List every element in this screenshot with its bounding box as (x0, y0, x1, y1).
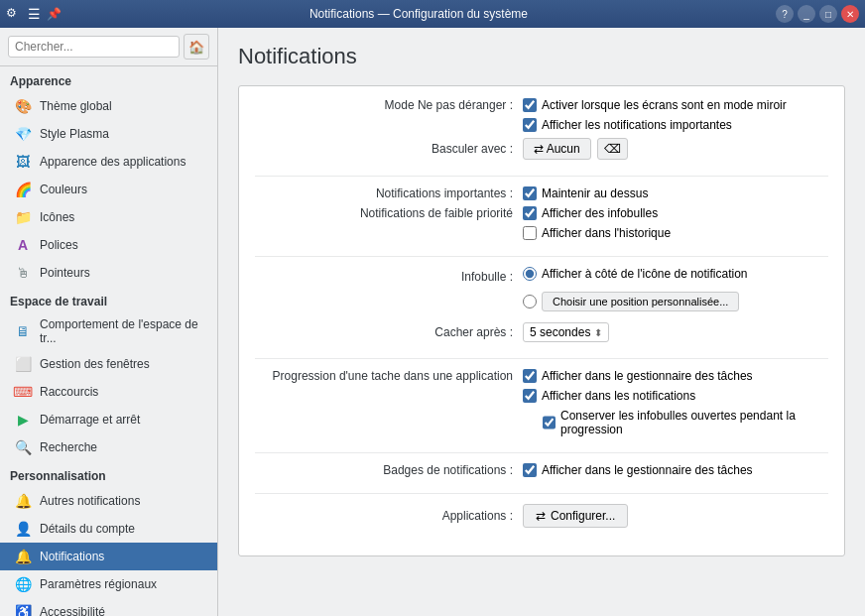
clear-shortcut-button[interactable]: ⌫ (597, 138, 628, 160)
aucun-text: ⇄ Aucun (534, 142, 580, 156)
progression-notif-checkbox[interactable] (523, 389, 537, 403)
activer-miroir-checkbox-item[interactable]: Activer lorsque les écrans sont en mode … (523, 98, 787, 112)
details-compte-icon: 👤 (14, 520, 32, 538)
afficher-importantes-row: Afficher les notifications importantes (255, 118, 828, 132)
choisir-position-button[interactable]: Choisir une position personnalisée... (542, 292, 739, 311)
choisir-position-radio-item[interactable]: Choisir une position personnalisée... (523, 292, 739, 311)
basculer-avec-label: Basculer avec : (255, 142, 523, 156)
theme-global-icon: 🎨 (14, 97, 32, 115)
sidebar-item-accessibilite[interactable]: ♿ Accessibilité (0, 598, 217, 616)
spinbox-arrows-icon[interactable]: ⬍ (594, 327, 602, 338)
afficher-cote-radio[interactable] (523, 267, 537, 281)
basculer-row: Basculer avec : ⇄ Aucun ⌫ (255, 138, 828, 160)
mode-ne-pas-deranger-label: Mode Ne pas déranger : (255, 98, 523, 112)
badges-gestionnaire-row: Badges de notifications : Afficher dans … (255, 463, 828, 477)
sidebar-label-comportement: Comportement de l'espace de tr... (40, 317, 207, 345)
main-content: Notifications Mode Ne pas déranger : Act… (218, 28, 865, 616)
search-input[interactable] (8, 36, 180, 58)
badges-gestionnaire-item[interactable]: Afficher dans le gestionnaire des tâches (523, 463, 753, 477)
sidebar-item-details-compte[interactable]: 👤 Détails du compte (0, 515, 217, 543)
sidebar-item-style-plasma[interactable]: 💎 Style Plasma (0, 120, 217, 148)
couleurs-icon: 🌈 (14, 181, 32, 198)
cacher-apres-row: Cacher après : 5 secondes ⬍ (255, 322, 828, 342)
sidebar-item-polices[interactable]: A Polices (0, 231, 217, 259)
recherche-icon: 🔍 (14, 438, 32, 456)
sidebar-item-couleurs[interactable]: 🌈 Couleurs (0, 176, 217, 203)
sidebar-search-bar: 🏠 (0, 28, 217, 66)
progression-gestionnaire-item[interactable]: Afficher dans le gestionnaire des tâches (523, 369, 753, 383)
sidebar-item-fenetres[interactable]: ⬜ Gestion des fenêtres (0, 350, 217, 378)
afficher-historique-row: Afficher dans l'historique (255, 226, 828, 240)
conserver-control: Conserver les infobulles ouvertes pendan… (543, 409, 828, 436)
afficher-importantes-control: Afficher les notifications importantes (523, 118, 732, 132)
progression-notif-item[interactable]: Afficher dans les notifications (523, 389, 695, 403)
maximize-button[interactable]: □ (819, 5, 837, 23)
app-icon: ⚙ (6, 6, 22, 22)
cacher-apres-value: 5 secondes (530, 325, 590, 339)
badges-label: Badges de notifications : (255, 463, 523, 477)
notifications-faible-label: Notifications de faible priorité (255, 206, 523, 220)
conserver-infobulles-checkbox[interactable] (543, 416, 556, 430)
progression-gestionnaire-row: Progression d'une tache dans une applica… (255, 369, 828, 383)
badges-section: Badges de notifications : Afficher dans … (255, 463, 828, 494)
sidebar-label-notifications: Notifications (40, 550, 104, 563)
sidebar-item-pointeurs[interactable]: 🖱 Pointeurs (0, 259, 217, 287)
sidebar-label-fenetres: Gestion des fenêtres (40, 357, 150, 371)
maintenir-dessus-checkbox[interactable] (523, 186, 537, 200)
afficher-cote-radio-item[interactable]: Afficher à côté de l'icône de notificati… (523, 267, 748, 281)
pin-icon[interactable]: 📌 (47, 7, 62, 21)
conserver-infobulles-item[interactable]: Conserver les infobulles ouvertes pendan… (543, 409, 828, 436)
sidebar-item-theme-global[interactable]: 🎨 Thème global (0, 92, 217, 120)
style-plasma-icon: 💎 (14, 125, 32, 143)
home-button[interactable]: 🏠 (184, 34, 209, 60)
close-button[interactable]: ✕ (841, 5, 859, 23)
applications-label: Applications : (255, 509, 523, 523)
afficher-importantes-checkbox[interactable] (523, 118, 537, 132)
aucun-button[interactable]: ⇄ Aucun (523, 138, 591, 160)
afficher-infobulles-item[interactable]: Afficher des infobulles (523, 206, 658, 220)
sidebar-item-comportement[interactable]: 🖥 Comportement de l'espace de tr... (0, 312, 217, 350)
help-button[interactable]: ? (776, 5, 794, 23)
maintenir-dessus-row: Notifications importantes : Maintenir au… (255, 186, 828, 200)
sidebar-item-parametres-regionaux[interactable]: 🌐 Paramètres régionaux (0, 570, 217, 598)
afficher-cote-control: Afficher à côté de l'icône de notificati… (523, 267, 748, 286)
afficher-historique-item[interactable]: Afficher dans l'historique (523, 226, 671, 240)
sidebar-label-couleurs: Couleurs (40, 183, 87, 196)
applications-control: ⇄ Configurer... (523, 504, 628, 528)
afficher-infobulles-label: Afficher des infobulles (542, 206, 658, 220)
infobulle-label: Infobulle : (255, 270, 523, 284)
mode-ne-pas-deranger-section: Mode Ne pas déranger : Activer lorsque l… (255, 98, 828, 177)
titlebar: ⚙ ☰ 📌 Notifications — Configuration du s… (0, 0, 865, 28)
afficher-importantes-checkbox-item[interactable]: Afficher les notifications importantes (523, 118, 732, 132)
menu-icon[interactable]: ☰ (28, 6, 41, 22)
afficher-cote-label: Afficher à côté de l'icône de notificati… (542, 267, 748, 281)
sidebar-label-details-compte: Détails du compte (40, 522, 135, 536)
sidebar-item-apparence-apps[interactable]: 🖼 Apparence des applications (0, 148, 217, 176)
configure-icon: ⇄ (536, 509, 546, 523)
sidebar-label-theme-global: Thème global (40, 99, 112, 113)
sidebar-item-notifications[interactable]: 🔔 Notifications (0, 543, 217, 570)
afficher-cote-row: Infobulle : Afficher à côté de l'icône d… (255, 267, 828, 286)
sidebar-label-raccourcis: Raccourcis (40, 385, 98, 399)
sidebar-item-recherche[interactable]: 🔍 Recherche (0, 433, 217, 461)
cacher-apres-label: Cacher après : (255, 325, 523, 339)
choisir-position-radio[interactable] (523, 295, 537, 308)
cacher-apres-spinbox[interactable]: 5 secondes ⬍ (523, 322, 609, 342)
sidebar-item-autres-notif[interactable]: 🔔 Autres notifications (0, 487, 217, 515)
sidebar-item-raccourcis[interactable]: ⌨ Raccourcis (0, 378, 217, 406)
maintenir-dessus-item[interactable]: Maintenir au dessus (523, 186, 648, 200)
sidebar-item-icones[interactable]: 📁 Icônes (0, 203, 217, 231)
progression-gestionnaire-checkbox[interactable] (523, 369, 537, 383)
afficher-historique-checkbox[interactable] (523, 226, 537, 240)
polices-icon: A (14, 236, 32, 254)
sidebar-label-recherche: Recherche (40, 440, 97, 454)
progression-notif-label: Afficher dans les notifications (542, 389, 695, 403)
activer-miroir-checkbox[interactable] (523, 98, 537, 112)
minimize-button[interactable]: _ (798, 5, 815, 23)
badges-gestionnaire-label: Afficher dans le gestionnaire des tâches (542, 463, 753, 477)
configurer-button[interactable]: ⇄ Configurer... (523, 504, 628, 528)
afficher-infobulles-checkbox[interactable] (523, 206, 537, 220)
badges-gestionnaire-checkbox[interactable] (523, 463, 537, 477)
progression-notif-row: Afficher dans les notifications (255, 389, 828, 403)
sidebar-item-demarrage[interactable]: ▶ Démarrage et arrêt (0, 406, 217, 433)
